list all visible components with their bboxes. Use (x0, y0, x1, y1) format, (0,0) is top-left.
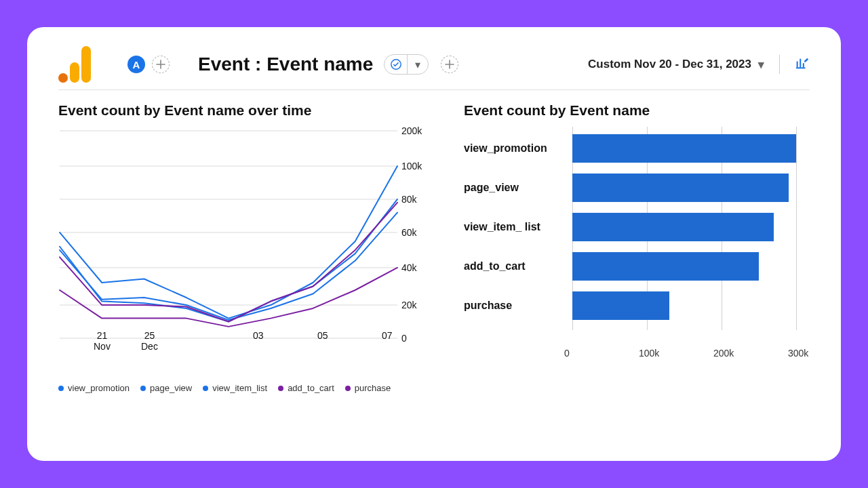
y-tick-label: 60k (401, 227, 439, 238)
y-tick-label: 40k (401, 262, 439, 273)
chart-legend: view_promotionpage_viewview_item_listadd… (58, 383, 438, 393)
bar-chart-edit-icon (795, 56, 810, 70)
bar-row: page_view (572, 173, 796, 203)
segment-chip[interactable]: A (127, 56, 145, 73)
legend-swatch (140, 386, 146, 391)
y-tick-label: 20k (401, 300, 439, 310)
bar-chart: view_promotionpage_viewview_item_ listad… (464, 127, 796, 352)
analytics-logo (58, 46, 91, 83)
legend-swatch (345, 386, 351, 391)
x-tick-label: 05 (317, 330, 328, 341)
plus-icon (445, 60, 454, 69)
x-tick-label: 21Nov (94, 330, 111, 352)
bar-label: page_view (464, 182, 566, 194)
bar (572, 291, 669, 320)
bar-row: purchase (572, 291, 796, 321)
line-chart: 200k100k80k60k40k20k0 21Nov25Dec030507 (58, 127, 438, 364)
date-range-label: Custom Nov 20 - Dec 31, 2023 (588, 58, 751, 71)
bar (572, 213, 774, 241)
legend-item[interactable]: view_item_list (203, 383, 267, 393)
legend-label: view_promotion (68, 383, 130, 393)
add-segment-button[interactable] (152, 56, 170, 73)
legend-item[interactable]: view_promotion (58, 383, 130, 393)
chevron-down-icon: ▾ (408, 58, 428, 71)
bar-row: add_to_cart (572, 251, 796, 281)
legend-label: purchase (355, 383, 391, 393)
x-tick-label: 200k (713, 348, 734, 359)
page-title: Event : Event name (198, 54, 373, 75)
bar-row: view_item_ list (572, 212, 796, 242)
panel-bar-chart: Event count by Event name view_promotion… (464, 102, 796, 393)
bar (572, 134, 796, 163)
line-chart-svg (58, 127, 438, 364)
bar-row: view_promotion (572, 134, 796, 163)
legend-swatch (203, 386, 208, 391)
x-tick-label: 07 (382, 330, 393, 341)
report-card: A Event : Event name ▾ Custom Nov 20 - D… (27, 27, 841, 461)
divider (779, 55, 780, 74)
panel-line-chart: Event count by Event name over time 200k… (58, 102, 438, 393)
y-tick-label: 0 (401, 333, 439, 344)
x-tick-label: 100k (639, 348, 659, 359)
y-tick-label: 80k (401, 194, 439, 205)
check-circle-icon (384, 55, 408, 74)
panel-title-right: Event count by Event name (464, 102, 796, 119)
y-tick-label: 100k (401, 161, 439, 171)
legend-label: view_item_list (212, 383, 267, 393)
customize-report-button[interactable] (795, 56, 810, 73)
legend-label: add_to_cart (288, 383, 334, 393)
legend-item[interactable]: add_to_cart (278, 383, 334, 393)
bar-label: purchase (464, 300, 566, 312)
content: Event count by Event name over time 200k… (58, 102, 810, 393)
chevron-down-icon: ▾ (758, 58, 764, 72)
bar-label: view_promotion (464, 142, 566, 155)
legend-label: page_view (150, 383, 192, 393)
bar (572, 174, 789, 202)
dimension-pill[interactable]: ▾ (384, 54, 429, 75)
x-tick-label: 0 (564, 348, 570, 359)
header: A Event : Event name ▾ Custom Nov 20 - D… (58, 46, 810, 90)
x-tick-label: 300k (788, 348, 808, 359)
bar-label: add_to_cart (464, 260, 566, 272)
date-range-picker[interactable]: Custom Nov 20 - Dec 31, 2023 ▾ (588, 58, 764, 72)
add-dimension-button[interactable] (441, 56, 458, 73)
legend-swatch (58, 386, 64, 391)
legend-item[interactable]: page_view (140, 383, 192, 393)
legend-item[interactable]: purchase (345, 383, 391, 393)
bar (572, 252, 759, 281)
bar-label: view_item_ list (464, 221, 566, 233)
y-tick-label: 200k (401, 125, 439, 136)
plus-icon (156, 60, 165, 69)
x-tick-label: 25Dec (141, 330, 158, 352)
legend-swatch (278, 386, 283, 391)
x-tick-label: 03 (253, 330, 264, 341)
bar-chart-rows: view_promotionpage_viewview_item_ listad… (572, 134, 796, 321)
panel-title-left: Event count by Event name over time (58, 102, 438, 119)
